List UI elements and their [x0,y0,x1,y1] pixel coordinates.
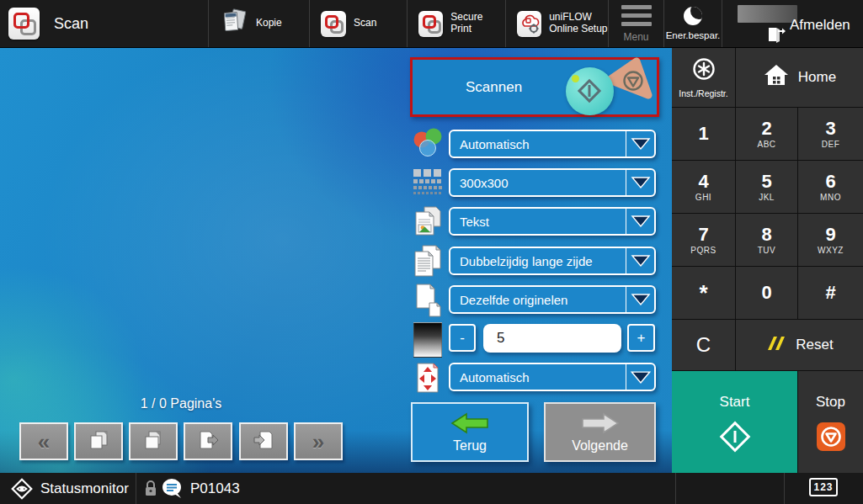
keypad-key-6[interactable]: 6MNO [798,161,863,213]
key-digit: * [699,281,707,305]
scan-icon [321,11,346,37]
clear-label: C [696,333,711,357]
two-sided-select[interactable]: Dubbelzijdig lange zijde [449,247,656,275]
page-arrow-out-icon [196,429,220,454]
keypad-key-3[interactable]: 3DEF [798,108,863,160]
previous-pages-button[interactable] [74,422,123,460]
reset-label: Reset [796,337,833,353]
key-digit: # [825,283,835,303]
hard-start-key[interactable] [566,67,614,115]
moon-icon [684,7,702,25]
logout-button[interactable]: Afmelden [722,0,863,47]
key-letters: JKL [759,193,775,202]
next-button[interactable]: Volgende [544,402,656,462]
tab-kopie[interactable]: Kopie [208,0,309,47]
original-type-select[interactable]: Tekst [449,207,656,236]
key-digit: 5 [761,172,771,192]
chat-bubble-icon[interactable] [162,478,184,502]
logout-label: Afmelden [790,17,850,34]
arrow-right-icon [580,411,621,438]
chevron-down-icon [626,364,654,390]
scan-status-title: Scannen [466,79,522,96]
keypad-key-2[interactable]: 2ABC [736,108,797,160]
original-type-value: Tekst [460,215,489,229]
keypad-key-7[interactable]: 7PQRS [672,214,735,266]
key-digit: 4 [698,172,708,192]
tab-secure-print[interactable]: Secure Print [407,0,505,47]
user-name-redacted [738,5,797,23]
color-mode-value: Automatisch [460,137,530,151]
back-label: Terug [453,438,487,454]
two-sided-icon [409,244,446,279]
color-mode-select[interactable]: Automatisch [449,130,656,158]
hamburger-icon [621,5,652,26]
originals-value: Dezelfde originelen [460,293,567,307]
tab-scan[interactable]: Scan [309,0,407,47]
key-letters: ABC [757,140,775,149]
keypad-key-1[interactable]: 1 [672,108,735,160]
stop-label: Stop [816,394,845,411]
density-value-field[interactable]: 5 [483,324,621,353]
tab-uniflow-online-setup[interactable]: uniFLOW Online Setup [505,0,608,47]
keypad-key-hash[interactable]: # [798,267,863,319]
lock-icon [144,480,157,501]
keypad-key-8[interactable]: 8TUV [736,214,797,266]
next-pages-button[interactable] [129,422,178,460]
reset-button[interactable]: Reset [736,320,863,370]
originals-select[interactable]: Dezelfde originelen [449,285,656,314]
orientation-select[interactable]: Automatisch [449,363,656,391]
move-page-in-button[interactable] [239,422,288,460]
settings-icon [691,56,717,85]
key-digit: 7 [698,225,708,245]
chevron-down-icon [626,248,654,273]
resolution-select[interactable]: 300x300 [449,168,656,197]
two-sided-value: Dubbelzijdig lange zijde [460,254,593,268]
status-bar: Statusmonitor P01043 123 [0,473,863,504]
numeric-keypad-toggle-button[interactable]: 123 [809,478,838,496]
density-minus-button[interactable]: - [449,324,476,352]
tab-label: Scan [354,18,376,29]
home-label: Home [798,69,836,86]
density-plus-button[interactable]: + [627,324,655,352]
resolution-icon [409,167,446,200]
key-digit: 3 [825,119,835,139]
cloud-gear-icon [517,11,541,37]
chevron-down-icon [626,287,654,312]
back-button[interactable]: Terug [411,402,529,462]
copy-icon [220,8,248,40]
status-monitor-button[interactable]: Statusmonitor [40,473,129,504]
orientation-icon [409,360,446,395]
start-button[interactable]: Start [672,371,797,473]
keypad-key-9[interactable]: 9WXYZ [798,214,863,266]
last-page-button[interactable]: » [294,422,343,460]
stop-icon [817,422,845,451]
key-letters: MNO [820,193,841,202]
minus-label: - [460,330,465,347]
move-page-out-button[interactable] [184,422,232,460]
clear-button[interactable]: C [672,320,735,370]
page-counter: 1 / 0 Pagina's [80,396,282,411]
scan-wallpaper-area: Scannen [0,48,672,473]
density-icon [409,322,446,358]
keypad-key-4[interactable]: 4GHI [672,161,735,213]
energy-saver-button[interactable]: Ener.bespar. [663,0,722,47]
chevron-down-icon [626,170,654,195]
divider [784,473,785,504]
menu-button[interactable]: Menu [608,0,663,47]
home-button[interactable]: Home [736,48,863,107]
divider [675,473,676,504]
keypad-key-0[interactable]: 0 [736,267,797,319]
resolution-value: 300x300 [460,176,509,190]
double-chevron-left-icon: « [38,431,50,453]
plus-label: + [637,330,646,347]
key-digit: 1 [698,124,708,144]
start-label: Start [720,394,750,411]
device-touchscreen: Scan Kopie Scan Secure Print [0,0,863,504]
keypad-key-star[interactable]: * [672,267,735,319]
first-page-button[interactable]: « [19,422,68,460]
next-label: Volgende [572,438,628,454]
keypad-key-5[interactable]: 5JKL [736,161,797,213]
app-title: Scan [54,15,88,33]
settings-registration-button[interactable]: Inst./Registr. [672,48,735,107]
stop-button[interactable]: Stop [798,371,863,473]
